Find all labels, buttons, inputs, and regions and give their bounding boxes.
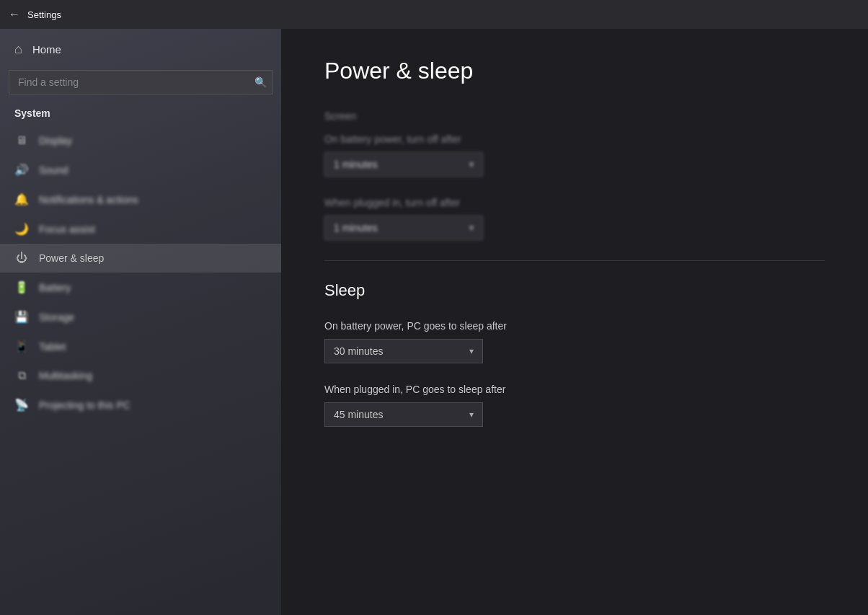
- sidebar-item-label: Battery: [39, 282, 71, 293]
- chevron-down-icon: ▾: [469, 223, 474, 233]
- chevron-down-icon: ▾: [469, 346, 474, 356]
- title-bar: ← Settings: [0, 0, 868, 29]
- sidebar-item-display[interactable]: 🖥 Display: [0, 126, 281, 155]
- sidebar-item-label: Multitasking: [39, 370, 92, 381]
- sidebar-item-storage[interactable]: 💾 Storage: [0, 302, 281, 332]
- sidebar: ⌂ Home 🔍 System 🖥 Display 🔊 Sound 🔔 Noti…: [0, 29, 281, 615]
- screen-battery-label: On battery power, turn off after: [324, 133, 825, 145]
- sidebar-item-label: Notifications & actions: [39, 194, 138, 205]
- search-icon[interactable]: 🔍: [254, 76, 267, 88]
- home-icon: ⌂: [14, 42, 22, 57]
- main-layout: ⌂ Home 🔍 System 🖥 Display 🔊 Sound 🔔 Noti…: [0, 29, 868, 615]
- sidebar-item-home[interactable]: ⌂ Home: [0, 29, 281, 70]
- power-sleep-icon: ⏻: [14, 252, 29, 265]
- sidebar-item-label: Focus assist: [39, 224, 95, 235]
- storage-icon: 💾: [14, 310, 29, 324]
- sleep-battery-dropdown[interactable]: 30 minutes ▾: [324, 339, 483, 363]
- sleep-section-title: Sleep: [324, 281, 825, 300]
- sidebar-item-power-sleep[interactable]: ⏻ Power & sleep: [0, 244, 281, 273]
- projecting-icon: 📡: [14, 398, 29, 412]
- app-title: Settings: [27, 9, 61, 20]
- screen-plugged-label: When plugged in, turn off after: [324, 197, 825, 208]
- screen-battery-value: 1 minutes: [334, 159, 378, 170]
- notifications-icon: 🔔: [14, 193, 29, 206]
- screen-battery-dropdown[interactable]: 1 minutes ▾: [324, 152, 483, 177]
- home-label: Home: [32, 43, 61, 56]
- sleep-plugged-label: When plugged in, PC goes to sleep after: [324, 384, 825, 395]
- sidebar-item-label: Sound: [39, 164, 68, 176]
- sidebar-items: 🖥 Display 🔊 Sound 🔔 Notifications & acti…: [0, 126, 281, 615]
- focus-assist-icon: 🌙: [14, 222, 29, 236]
- multitasking-icon: ⧉: [14, 369, 29, 382]
- search-input[interactable]: [9, 70, 273, 94]
- sidebar-item-label: Storage: [39, 311, 74, 323]
- sidebar-item-multitasking[interactable]: ⧉ Multitasking: [0, 361, 281, 390]
- sidebar-item-projecting[interactable]: 📡 Projecting to this PC: [0, 390, 281, 420]
- display-icon: 🖥: [14, 134, 29, 147]
- sleep-battery-value: 30 minutes: [334, 345, 383, 357]
- content-area: Power & sleep Screen On battery power, t…: [281, 29, 868, 615]
- sidebar-section-title: System: [0, 103, 281, 126]
- page-title: Power & sleep: [324, 58, 825, 84]
- sidebar-item-label: Display: [39, 135, 72, 146]
- section-divider: [324, 260, 825, 261]
- sidebar-item-label: Projecting to this PC: [39, 399, 130, 411]
- tablet-icon: 📱: [14, 340, 29, 353]
- search-box: 🔍: [9, 70, 273, 94]
- screen-plugged-dropdown[interactable]: 1 minutes ▾: [324, 216, 483, 240]
- sidebar-item-focus-assist[interactable]: 🌙 Focus assist: [0, 214, 281, 244]
- screen-plugged-value: 1 minutes: [334, 222, 378, 234]
- sleep-plugged-value: 45 minutes: [334, 409, 383, 420]
- sidebar-item-battery[interactable]: 🔋 Battery: [0, 273, 281, 302]
- sidebar-item-label: Tablet: [39, 341, 66, 353]
- battery-icon: 🔋: [14, 280, 29, 294]
- sidebar-item-notifications[interactable]: 🔔 Notifications & actions: [0, 185, 281, 214]
- sidebar-item-sound[interactable]: 🔊 Sound: [0, 155, 281, 185]
- sidebar-item-tablet[interactable]: 📱 Tablet: [0, 332, 281, 361]
- screen-section-heading: Screen: [324, 110, 825, 122]
- sleep-battery-label: On battery power, PC goes to sleep after: [324, 320, 825, 332]
- chevron-down-icon: ▾: [469, 410, 474, 420]
- sleep-plugged-dropdown[interactable]: 45 minutes ▾: [324, 402, 483, 427]
- back-button[interactable]: ←: [9, 8, 20, 21]
- chevron-down-icon: ▾: [469, 159, 474, 169]
- sidebar-item-label: Power & sleep: [39, 252, 104, 264]
- sound-icon: 🔊: [14, 163, 29, 177]
